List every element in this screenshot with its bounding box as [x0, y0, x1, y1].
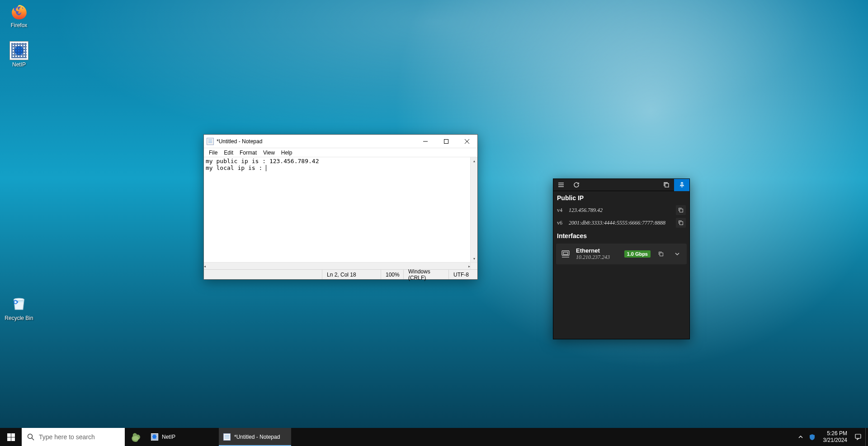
show-desktop-button[interactable]: [865, 428, 868, 446]
firefox-icon: [9, 2, 28, 21]
action-center-area: [851, 428, 865, 446]
notepad-text-area[interactable]: my public ip is : 123.456.789.42 my loca…: [204, 157, 470, 262]
desktop-icon-label: Firefox: [2, 22, 36, 28]
desktop-icons-area: Firefox NetIP: [2, 2, 36, 68]
menu-help[interactable]: Help: [278, 150, 296, 156]
svg-rect-11: [680, 222, 683, 225]
copy-button[interactable]: [676, 218, 686, 228]
tray-overflow[interactable]: [795, 428, 806, 446]
popout-icon: [664, 182, 670, 188]
chevron-up-icon: [798, 435, 803, 439]
expand-button[interactable]: [671, 248, 683, 260]
search-placeholder: Type here to search: [39, 433, 95, 441]
taskbar-item-notepad[interactable]: *Untitled - Notepad: [219, 428, 291, 446]
search-icon: [27, 433, 34, 441]
system-tray: [793, 428, 820, 446]
speed-badge: 1.0 Gbps: [624, 250, 651, 258]
text-content-line: my local ip is :: [206, 164, 266, 171]
svg-point-22: [132, 436, 139, 441]
status-position: Ln 2, Col 18: [322, 270, 381, 279]
menu-format[interactable]: Format: [236, 150, 260, 156]
public-ip-v4-row: v4 123.456.789.42: [553, 204, 689, 216]
taskbar-item-label: *Untitled - Notepad: [234, 434, 280, 440]
notepad-title: *Untitled - Notepad: [217, 138, 415, 145]
clock-date: 3/21/2024: [823, 437, 847, 444]
recycle-bin-icon: [2, 294, 36, 314]
status-zoom: 100%: [381, 270, 403, 279]
svg-rect-23: [855, 434, 861, 438]
notepad-menubar: File Edit Format View Help: [204, 148, 477, 157]
clock-time: 5:26 PM: [823, 430, 847, 437]
refresh-button[interactable]: [569, 179, 584, 191]
menu-view[interactable]: View: [260, 150, 278, 156]
public-ip-v4-value: 123.456.789.42: [569, 207, 676, 214]
svg-rect-15: [660, 253, 663, 256]
status-eol: Windows (CRLF): [403, 270, 448, 279]
svg-rect-3: [444, 139, 448, 143]
popout-button[interactable]: [659, 179, 674, 191]
notepad-window: *Untitled - Notepad File Edit Format Vie…: [203, 134, 478, 280]
netip-icon: [9, 41, 28, 60]
notepad-titlebar[interactable]: *Untitled - Notepad: [204, 135, 477, 148]
menu-file[interactable]: File: [206, 150, 221, 156]
notepad-body: my public ip is : 123.456.789.42 my loca…: [204, 157, 477, 262]
minimize-button[interactable]: [415, 135, 436, 148]
netip-window: Public IP v4 123.456.789.42 v6 2001:db8:…: [553, 178, 690, 339]
svg-rect-18: [7, 437, 11, 441]
desktop-icon-firefox[interactable]: Firefox: [2, 2, 36, 28]
scroll-down-button[interactable]: ▾: [471, 255, 477, 262]
scroll-up-button[interactable]: ▴: [471, 157, 477, 164]
shield-icon: [809, 434, 816, 441]
text-cursor: [266, 165, 266, 171]
taskbar-search[interactable]: Type here to search: [22, 428, 125, 446]
pin-button[interactable]: [674, 179, 689, 191]
scrollbar-corner: [470, 263, 477, 269]
svg-rect-9: [665, 183, 669, 187]
netip-icon: [151, 433, 158, 441]
taskbar-item-netip[interactable]: NetIP: [146, 428, 219, 446]
start-button[interactable]: [0, 428, 22, 446]
desktop-icon-netip[interactable]: NetIP: [2, 41, 36, 68]
status-encoding: UTF-8: [448, 270, 477, 279]
menu-button[interactable]: [553, 179, 569, 191]
text-content-line: my public ip is : 123.456.789.42: [206, 158, 319, 164]
svg-rect-10: [680, 209, 683, 212]
interface-card[interactable]: Ethernet 10.210.237.243 1.0 Gbps: [556, 244, 687, 264]
notification-icon: [854, 433, 862, 441]
svg-rect-17: [11, 433, 15, 437]
vertical-scrollbar[interactable]: ▴ ▾: [470, 157, 477, 262]
ip-version-label: v6: [557, 220, 569, 226]
section-interfaces-title: Interfaces: [553, 229, 689, 242]
svg-rect-13: [563, 252, 568, 254]
taskbar-item-label: NetIP: [162, 434, 175, 440]
netip-toolbar: [553, 179, 689, 191]
desktop-icon-label: NetIP: [2, 61, 36, 68]
hamburger-icon: [558, 182, 564, 188]
svg-line-21: [32, 438, 34, 440]
copy-button[interactable]: [655, 248, 667, 260]
tray-app-icon[interactable]: [807, 428, 818, 446]
chevron-down-icon: [675, 251, 680, 257]
svg-rect-19: [11, 437, 15, 441]
svg-rect-16: [7, 433, 11, 437]
scroll-track[interactable]: [471, 164, 477, 255]
public-ip-v6-value: 2001:db8:3333:4444:5555:6666:7777:8888: [569, 220, 676, 226]
desktop-icon-label: Recycle Bin: [2, 315, 36, 321]
pin-icon: [679, 182, 685, 188]
copy-button[interactable]: [676, 205, 686, 215]
svg-point-20: [28, 434, 33, 439]
action-center[interactable]: [853, 428, 863, 446]
section-public-ip-title: Public IP: [553, 191, 689, 204]
menu-edit[interactable]: Edit: [221, 150, 236, 156]
copy-icon: [658, 251, 664, 257]
desktop-icon-recycle-bin[interactable]: Recycle Bin: [2, 294, 36, 321]
notepad-app-icon: [207, 138, 214, 145]
interface-name: Ethernet: [576, 247, 620, 254]
ethernet-icon: [560, 249, 571, 258]
taskbar-clock[interactable]: 5:26 PM 3/21/2024: [820, 428, 851, 446]
maximize-button[interactable]: [436, 135, 457, 148]
close-button[interactable]: [457, 135, 477, 148]
copy-icon: [678, 207, 684, 213]
taskbar-widget[interactable]: [125, 428, 146, 446]
windows-icon: [7, 433, 15, 441]
